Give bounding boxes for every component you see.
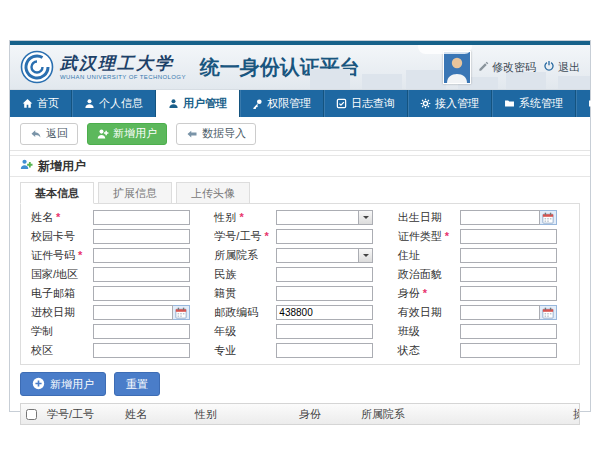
nav-tab-access-management[interactable]: 接入管理 bbox=[408, 90, 492, 117]
form-row: 年级 bbox=[214, 324, 389, 339]
table-header-name: 姓名 bbox=[119, 407, 189, 422]
form-column-2: 性别 *学号/工号 *所属院系民族籍贯邮政编码年级专业 bbox=[214, 210, 389, 358]
campus-field-label: 校区 bbox=[31, 343, 93, 358]
class-field[interactable] bbox=[460, 324, 557, 339]
entry-date-field-calendar-button[interactable] bbox=[173, 305, 190, 320]
field-label-text: 邮政编码 bbox=[214, 306, 258, 318]
country-region-field[interactable] bbox=[93, 267, 190, 282]
field-label-text: 校区 bbox=[31, 344, 53, 356]
email-field[interactable] bbox=[93, 286, 190, 301]
nav-tab-permission-management[interactable]: 权限管理 bbox=[240, 90, 324, 117]
identity-field[interactable] bbox=[460, 286, 557, 301]
major-field[interactable] bbox=[276, 343, 373, 358]
birth-date-field-calendar-button[interactable] bbox=[540, 210, 557, 225]
tab-basic-info[interactable]: 基本信息 bbox=[20, 182, 94, 204]
reset-button[interactable]: 重置 bbox=[114, 372, 160, 396]
select-all-checkbox[interactable] bbox=[26, 409, 37, 420]
ethnicity-field[interactable] bbox=[276, 267, 373, 282]
required-asterisk: * bbox=[236, 211, 243, 223]
form-panel: 基本信息扩展信息上传头像 姓名 *校园卡号证件号码 *国家/地区电子邮箱进校日期… bbox=[10, 177, 590, 425]
import-arrow-icon bbox=[186, 128, 198, 140]
log-icon bbox=[336, 98, 347, 109]
gender-select-control bbox=[276, 210, 373, 225]
tab-upload-avatar[interactable]: 上传头像 bbox=[176, 182, 250, 204]
id-number-field[interactable] bbox=[93, 248, 190, 263]
address-field[interactable] bbox=[460, 248, 557, 263]
gender-select-dropdown-button[interactable] bbox=[359, 210, 373, 225]
nav-tab-home[interactable]: 首页 bbox=[10, 90, 72, 117]
banner-highlight bbox=[418, 45, 472, 54]
change-password-label: 修改密码 bbox=[492, 60, 536, 75]
valid-date-field[interactable] bbox=[460, 305, 540, 320]
nav-tab-subscription-management[interactable]: 订阅管理 bbox=[576, 90, 600, 117]
study-length-field-control bbox=[93, 324, 190, 339]
department-select[interactable] bbox=[276, 248, 359, 263]
required-asterisk: * bbox=[442, 230, 449, 242]
postal-code-field-control bbox=[276, 305, 373, 320]
nav-tab-label: 接入管理 bbox=[435, 96, 479, 111]
postal-code-field-label: 邮政编码 bbox=[214, 305, 276, 320]
data-import-button[interactable]: 数据导入 bbox=[176, 123, 256, 145]
study-length-field[interactable] bbox=[93, 324, 190, 339]
field-label-text: 状态 bbox=[398, 344, 420, 356]
field-label-text: 身份 bbox=[398, 287, 420, 299]
back-button[interactable]: 返回 bbox=[20, 123, 78, 145]
form-row: 证件类型 * bbox=[398, 229, 573, 244]
field-label-text: 专业 bbox=[214, 344, 236, 356]
user-area: 修改密码 退出 bbox=[443, 51, 590, 84]
form-row: 学号/工号 * bbox=[214, 229, 389, 244]
form-row: 出生日期 bbox=[398, 210, 573, 225]
birth-date-field-label: 出生日期 bbox=[398, 210, 460, 225]
table-header-identity: 身份 bbox=[293, 407, 355, 422]
id-type-field-label: 证件类型 * bbox=[398, 229, 460, 244]
field-label-text: 所属院系 bbox=[214, 249, 258, 261]
table-header-student-id: 学号/工号 bbox=[41, 407, 119, 422]
nav-tab-system-management[interactable]: 系统管理 bbox=[492, 90, 576, 117]
postal-code-field[interactable] bbox=[276, 305, 373, 320]
student-id-field-control bbox=[276, 229, 373, 244]
campus-field[interactable] bbox=[93, 343, 190, 358]
person-icon bbox=[168, 98, 179, 109]
political-status-field-control bbox=[460, 267, 557, 282]
required-asterisk: * bbox=[261, 230, 268, 242]
submit-button-label: 新增用户 bbox=[50, 377, 94, 392]
form-row: 证件号码 * bbox=[31, 248, 206, 263]
form-row: 进校日期 bbox=[31, 305, 206, 320]
nav-tab-personal-info[interactable]: 个人信息 bbox=[72, 90, 156, 117]
submit-add-user-button[interactable]: 新增用户 bbox=[20, 372, 106, 396]
logout-link[interactable]: 退出 bbox=[543, 60, 580, 75]
form-row: 电子邮箱 bbox=[31, 286, 206, 301]
gender-select[interactable] bbox=[276, 210, 359, 225]
change-password-link[interactable]: 修改密码 bbox=[478, 60, 536, 75]
grade-field[interactable] bbox=[276, 324, 373, 339]
valid-date-field-calendar-button[interactable] bbox=[540, 305, 557, 320]
university-name-en: WUHAN UNIVERSITY OF TECHNOLOGY bbox=[60, 74, 186, 80]
nav-tab-log-query[interactable]: 日志查询 bbox=[324, 90, 408, 117]
required-asterisk: * bbox=[75, 249, 82, 261]
id-type-field[interactable] bbox=[460, 229, 557, 244]
header: 武汉理工大学 WUHAN UNIVERSITY OF TECHNOLOGY 统一… bbox=[10, 45, 590, 90]
add-user-button-label: 新增用户 bbox=[113, 126, 157, 141]
content-area: 新增用户 基本信息扩展信息上传头像 姓名 *校园卡号证件号码 *国家/地区电子邮… bbox=[10, 155, 590, 425]
department-select-dropdown-button[interactable] bbox=[359, 248, 373, 263]
birth-date-field-control bbox=[460, 210, 557, 225]
class-field-control bbox=[460, 324, 557, 339]
birth-date-field[interactable] bbox=[460, 210, 540, 225]
new-user-form: 姓名 *校园卡号证件号码 *国家/地区电子邮箱进校日期学制校区 性别 *学号/工… bbox=[20, 203, 580, 365]
nav-tab-user-management[interactable]: 用户管理 bbox=[156, 90, 240, 117]
entry-date-field[interactable] bbox=[93, 305, 173, 320]
student-id-field[interactable] bbox=[276, 229, 373, 244]
folder-icon bbox=[588, 98, 599, 109]
toolbar: 返回 新增用户 数据导入 bbox=[10, 117, 590, 151]
study-length-field-label: 学制 bbox=[31, 324, 93, 339]
city-skyline-decoration bbox=[310, 69, 350, 89]
tab-extended-info[interactable]: 扩展信息 bbox=[98, 182, 172, 204]
field-label-text: 学制 bbox=[31, 325, 53, 337]
add-user-button[interactable]: 新增用户 bbox=[87, 123, 167, 145]
political-status-field[interactable] bbox=[460, 267, 557, 282]
native-place-field-label: 籍贯 bbox=[214, 286, 276, 301]
status-field[interactable] bbox=[460, 343, 557, 358]
name-field[interactable] bbox=[93, 210, 190, 225]
native-place-field[interactable] bbox=[276, 286, 373, 301]
campus-card-field[interactable] bbox=[93, 229, 190, 244]
